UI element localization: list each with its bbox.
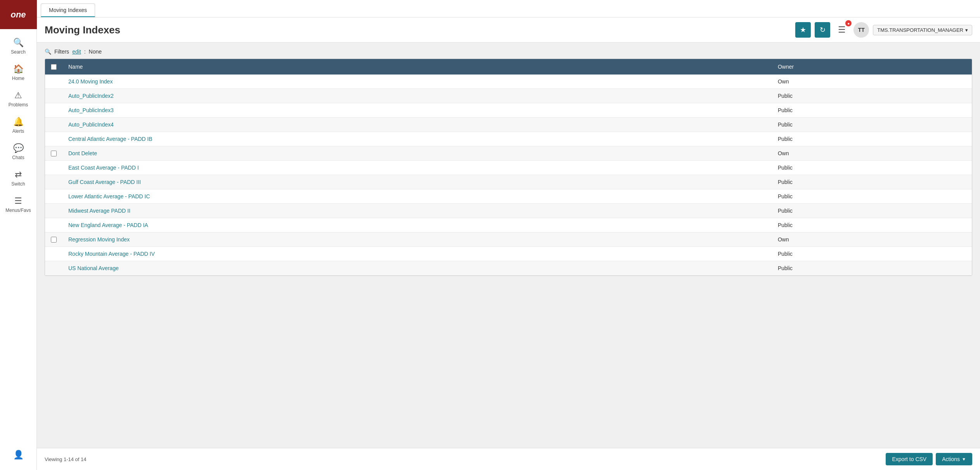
row-name-cell: Auto_PublicIndex4 bbox=[62, 118, 772, 132]
app-logo[interactable]: one bbox=[0, 0, 37, 29]
sidebar-item-problems[interactable]: ⚠ Problems bbox=[0, 86, 36, 112]
row-checkbox-cell bbox=[45, 161, 62, 175]
row-checkbox-cell bbox=[45, 189, 62, 204]
row-checkbox-cell bbox=[45, 89, 62, 103]
row-checkbox-cell bbox=[45, 175, 62, 189]
row-owner-cell: Public bbox=[772, 218, 972, 232]
select-all-checkbox[interactable] bbox=[51, 64, 57, 70]
alerts-icon: 🔔 bbox=[13, 117, 24, 127]
home-icon: 🏠 bbox=[13, 64, 24, 74]
row-checkbox-cell bbox=[45, 232, 62, 247]
filters-edit-link[interactable]: edit bbox=[72, 49, 81, 55]
row-name-link[interactable]: Auto_PublicIndex4 bbox=[68, 121, 114, 128]
sidebar-label-chats: Chats bbox=[12, 155, 24, 160]
page-title: Moving Indexes bbox=[45, 24, 120, 36]
row-owner-cell: Public bbox=[772, 247, 972, 261]
sidebar-avatar[interactable]: 👤 bbox=[0, 445, 36, 466]
menu-icon: ☰ bbox=[838, 25, 846, 35]
row-name-link[interactable]: Rocky Mountain Average - PADD IV bbox=[68, 251, 155, 257]
row-checkbox-cell bbox=[45, 132, 62, 146]
row-owner-cell: Public bbox=[772, 189, 972, 204]
table-row: Auto_PublicIndex4Public bbox=[45, 118, 972, 132]
row-name-link[interactable]: Regression Moving Index bbox=[68, 236, 130, 243]
page-header: Moving Indexes ★ ↻ ☰ ● TT TMS.TRANSPORTA… bbox=[37, 17, 980, 43]
table-body: 24.0 Moving IndexOwnAuto_PublicIndex2Pub… bbox=[45, 75, 972, 276]
row-owner-cell: Public bbox=[772, 132, 972, 146]
row-owner-cell: Public bbox=[772, 204, 972, 218]
row-name-cell: 24.0 Moving Index bbox=[62, 75, 772, 89]
row-name-link[interactable]: US National Average bbox=[68, 265, 119, 271]
row-owner-cell: Public bbox=[772, 118, 972, 132]
row-name-link[interactable]: Central Atlantic Average - PADD IB bbox=[68, 136, 153, 142]
main-panel: Moving Indexes Moving Indexes ★ ↻ ☰ ● TT… bbox=[37, 0, 980, 470]
row-name-cell: East Coast Average - PADD I bbox=[62, 161, 772, 175]
content-area: 🔍 Filters edit : None Name bbox=[37, 43, 980, 448]
page-footer: Viewing 1-14 of 14 Export to CSV Actions bbox=[37, 448, 980, 470]
viewing-count: Viewing 1-14 of 14 bbox=[45, 456, 86, 462]
search-icon: 🔍 bbox=[13, 38, 24, 48]
row-name-link[interactable]: Dont Delete bbox=[68, 150, 97, 156]
sidebar-label-menus: Menus/Favs bbox=[5, 208, 31, 213]
sidebar-item-menus[interactable]: ☰ Menus/Favs bbox=[0, 191, 36, 218]
row-name-cell: Gulf Coast Average - PADD III bbox=[62, 175, 772, 189]
row-name-cell: Auto_PublicIndex2 bbox=[62, 89, 772, 103]
row-name-cell: Dont Delete bbox=[62, 146, 772, 161]
row-checkbox[interactable] bbox=[51, 237, 57, 243]
user-role-dropdown[interactable]: TMS.TRANSPORTATION_MANAGER ▾ bbox=[873, 25, 972, 35]
row-name-link[interactable]: East Coast Average - PADD I bbox=[68, 165, 139, 171]
table-row: US National AveragePublic bbox=[45, 261, 972, 276]
table-row: New England Average - PADD IAPublic bbox=[45, 218, 972, 232]
table-row: Gulf Coast Average - PADD IIIPublic bbox=[45, 175, 972, 189]
notification-badge: ● bbox=[845, 20, 852, 26]
footer-buttons: Export to CSV Actions bbox=[886, 453, 972, 465]
sidebar-label-alerts: Alerts bbox=[12, 128, 24, 134]
user-role-label: TMS.TRANSPORTATION_MANAGER bbox=[877, 27, 963, 33]
row-owner-cell: Public bbox=[772, 103, 972, 118]
sidebar-item-alerts[interactable]: 🔔 Alerts bbox=[0, 112, 36, 139]
dropdown-arrow-icon: ▾ bbox=[965, 27, 968, 33]
filter-colon: : bbox=[84, 49, 86, 55]
sidebar-item-chats[interactable]: 💬 Chats bbox=[0, 139, 36, 165]
table-row: Auto_PublicIndex2Public bbox=[45, 89, 972, 103]
table-row: Rocky Mountain Average - PADD IVPublic bbox=[45, 247, 972, 261]
sidebar-label-search: Search bbox=[11, 49, 26, 55]
table-row: Regression Moving IndexOwn bbox=[45, 232, 972, 247]
refresh-button[interactable]: ↻ bbox=[815, 22, 830, 38]
table-row: Midwest Average PADD IIPublic bbox=[45, 204, 972, 218]
user-avatar: TT bbox=[853, 22, 869, 38]
table-row: East Coast Average - PADD IPublic bbox=[45, 161, 972, 175]
row-name-link[interactable]: Gulf Coast Average - PADD III bbox=[68, 179, 141, 185]
row-owner-cell: Public bbox=[772, 261, 972, 276]
row-name-link[interactable]: Auto_PublicIndex3 bbox=[68, 107, 114, 113]
row-name-link[interactable]: New England Average - PADD IA bbox=[68, 222, 148, 228]
row-name-cell: New England Average - PADD IA bbox=[62, 218, 772, 232]
row-name-link[interactable]: Lower Atlantic Average - PADD IC bbox=[68, 193, 150, 199]
row-checkbox-cell bbox=[45, 204, 62, 218]
header-actions: ★ ↻ ☰ ● TT TMS.TRANSPORTATION_MANAGER ▾ bbox=[795, 22, 972, 38]
row-name-link[interactable]: Auto_PublicIndex2 bbox=[68, 93, 114, 99]
row-checkbox[interactable] bbox=[51, 151, 57, 156]
sidebar-item-switch[interactable]: ⇄ Switch bbox=[0, 165, 36, 191]
row-checkbox-cell bbox=[45, 118, 62, 132]
sidebar-item-search[interactable]: 🔍 Search bbox=[0, 33, 36, 59]
export-csv-label: Export to CSV bbox=[892, 456, 926, 462]
row-name-link[interactable]: 24.0 Moving Index bbox=[68, 78, 113, 85]
filter-bar: 🔍 Filters edit : None bbox=[45, 49, 972, 55]
actions-button[interactable]: Actions bbox=[936, 453, 972, 465]
table-row: Dont DeleteOwn bbox=[45, 146, 972, 161]
problems-icon: ⚠ bbox=[14, 90, 22, 101]
tab-moving-indexes[interactable]: Moving Indexes bbox=[41, 3, 95, 17]
row-name-cell: Regression Moving Index bbox=[62, 232, 772, 247]
sidebar-item-home[interactable]: 🏠 Home bbox=[0, 59, 36, 86]
row-owner-cell: Public bbox=[772, 89, 972, 103]
menu-button[interactable]: ☰ ● bbox=[834, 22, 850, 38]
row-name-cell: US National Average bbox=[62, 261, 772, 276]
row-checkbox-cell bbox=[45, 247, 62, 261]
row-name-cell: Rocky Mountain Average - PADD IV bbox=[62, 247, 772, 261]
row-name-link[interactable]: Midwest Average PADD II bbox=[68, 208, 130, 214]
row-checkbox-cell bbox=[45, 75, 62, 89]
favorite-button[interactable]: ★ bbox=[795, 22, 811, 38]
export-csv-button[interactable]: Export to CSV bbox=[886, 453, 933, 465]
row-owner-cell: Own bbox=[772, 232, 972, 247]
refresh-icon: ↻ bbox=[820, 26, 826, 34]
